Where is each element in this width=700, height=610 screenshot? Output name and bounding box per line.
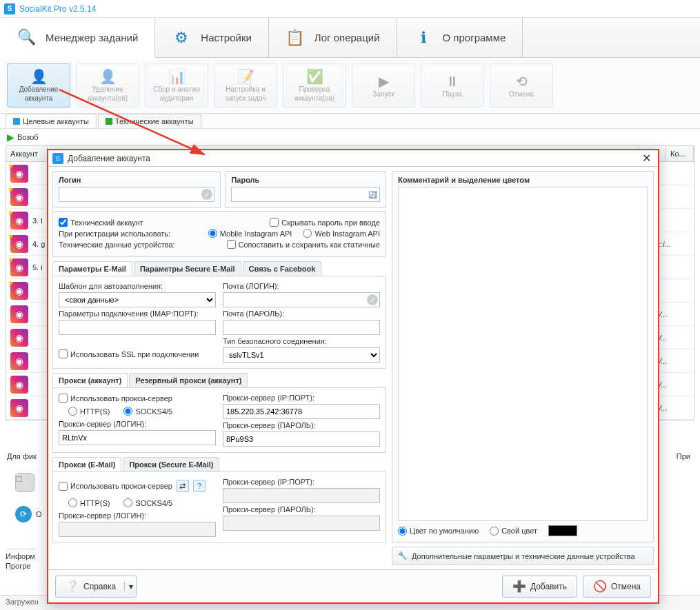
dialog-title: Добавление аккаунта — [68, 154, 150, 163]
tab-proxy-reserve[interactable]: Резервный прокси (аккаунт) — [129, 373, 248, 387]
mobile-api-radio[interactable]: Mobile Instagram API — [208, 229, 292, 238]
template-select[interactable]: <свои данные> — [59, 292, 216, 307]
proxy-ipport-label-2: Прокси-сервер (IP:ПОРТ): — [223, 478, 380, 486]
tasks-button[interactable]: 📝Настройка изапуск задач — [214, 63, 277, 108]
proxy-ipport-input[interactable] — [223, 404, 380, 419]
comment-textarea[interactable] — [398, 187, 648, 521]
copy-icon[interactable]: ⇄ — [177, 480, 189, 492]
check-button[interactable]: ✅Проверкааккаунта(ов) — [283, 63, 346, 108]
plus-circle-icon: ➕ — [512, 580, 526, 593]
cancel-button[interactable]: ⟲Отмена — [490, 63, 553, 108]
mail-pass-input[interactable] — [223, 320, 380, 335]
refresh-icon: ⟳ — [15, 506, 32, 522]
remove-account-button[interactable]: 👤Удалениеаккаунта(ов) — [76, 63, 139, 108]
pause-button[interactable]: ⏸Пауза — [421, 63, 484, 108]
account-label: 5. i — [32, 263, 43, 272]
play-icon: ▶ — [379, 74, 389, 89]
instagram-icon: ◉ — [10, 188, 28, 206]
action-row: ▶Возоб — [0, 128, 700, 145]
cancel-dialog-button[interactable]: 🚫 Отмена — [583, 576, 651, 598]
tab-about[interactable]: ℹ О программе — [397, 18, 523, 57]
check-icon: ✅ — [306, 69, 323, 84]
proxy-login-input[interactable] — [59, 430, 216, 445]
check-circle-icon[interactable]: ✓ — [367, 294, 378, 305]
email-tabs: Параметры E-Mail Параметры Secure E-Mail… — [52, 261, 386, 276]
wrench-icon: 🔧 — [398, 551, 408, 560]
proxy-ipport-label: Прокси-сервер (IP:ПОРТ): — [223, 394, 380, 402]
proxy-account-tabs: Прокси (аккаунт) Резервный прокси (аккау… — [52, 373, 386, 388]
instagram-icon: ◉ — [10, 258, 28, 276]
tab-proxy-account[interactable]: Прокси (аккаунт) — [52, 373, 128, 387]
refresh-row[interactable]: ⟳O — [15, 506, 42, 522]
close-icon[interactable]: ✕ — [639, 152, 654, 165]
stats-icon: 📊 — [168, 69, 186, 84]
proxy-login-input-2[interactable] — [59, 522, 216, 537]
account-subtabs: Целевые аккаунты Технические аккаунты — [0, 114, 700, 128]
add-account-dialog: S Добавление аккаунта ✕ Логин ✓ Пароль — [47, 149, 659, 604]
bottom-labels: Информ Прогре — [6, 547, 35, 571]
tab-task-manager-label: Менеджер заданий — [46, 32, 138, 43]
tab-email-params[interactable]: Параметры E-Mail — [52, 261, 132, 276]
square-icon — [106, 118, 112, 125]
https-radio-2[interactable]: HTTP(S) — [68, 498, 110, 507]
socks-radio[interactable]: SOCKS4/5 — [123, 407, 172, 416]
main-tabs: 🔍 Менеджер заданий ⚙ Настройки 📋 Лог опе… — [0, 18, 700, 58]
add-account-button[interactable]: 👤 Добавлениеаккаунта — [7, 63, 70, 108]
start-button[interactable]: ▶Запуск — [352, 63, 415, 108]
use-proxy-checkbox[interactable]: Использовать прокси-сервер — [59, 394, 216, 403]
grid-header-account[interactable]: Аккаунт — [6, 146, 48, 161]
instagram-icon: ◉ — [10, 305, 28, 323]
proxy-login-label: Прокси-сервер (ЛОГИН): — [59, 420, 216, 428]
reg-use-label: При регистрации использовать: — [59, 230, 170, 238]
match-save-checkbox[interactable]: Сопоставить и сохранить как статичные — [227, 240, 380, 249]
refresh-icon[interactable]: 🔄 — [367, 189, 378, 200]
chevron-down-icon[interactable]: ▾ — [124, 582, 133, 591]
default-color-radio[interactable]: Цвет по умолчанию — [398, 527, 479, 536]
subtab-tech[interactable]: Технические аккаунты — [98, 114, 201, 128]
subtab-target[interactable]: Целевые аккаунты — [6, 114, 97, 128]
dialog-titlebar: S Добавление аккаунта ✕ — [48, 150, 658, 167]
proxy-pass-input-2[interactable] — [223, 516, 380, 531]
custom-color-radio[interactable]: Свой цвет — [490, 527, 537, 536]
extra-params-button[interactable]: 🔧 Дополнительные параметры и технические… — [392, 547, 654, 565]
tab-settings-label: Настройки — [201, 32, 252, 43]
tab-log[interactable]: 📋 Лог операций — [269, 18, 397, 57]
fix-label: Для фик — [7, 452, 37, 460]
socks-radio-2[interactable]: SOCKS4/5 — [123, 498, 172, 507]
grid-header-comment[interactable]: Ко... — [666, 146, 694, 161]
use-ssl-checkbox[interactable]: Использовать SSL при подключении — [59, 349, 216, 358]
add-button[interactable]: ➕ Добавить — [502, 576, 577, 598]
instagram-icon: ◉ — [10, 376, 28, 394]
template-label: Шаблон для автозаполнения: — [59, 282, 216, 290]
app-icon: S — [4, 3, 15, 14]
apply-label[interactable]: При — [677, 452, 690, 460]
tab-settings[interactable]: ⚙ Настройки — [155, 18, 269, 57]
https-radio[interactable]: HTTP(S) — [68, 407, 110, 416]
mail-pass-label: Почта (ПАРОЛЬ): — [223, 309, 380, 318]
proxy-ipport-input-2[interactable] — [223, 488, 380, 503]
tab-secure-email[interactable]: Параметры Secure E-Mail — [134, 261, 241, 276]
progress-label: Прогре — [6, 562, 35, 570]
login-input[interactable] — [59, 187, 214, 202]
tab-task-manager[interactable]: 🔍 Менеджер заданий — [0, 18, 155, 58]
tech-account-checkbox[interactable]: Технический аккаунт — [59, 218, 143, 227]
audience-button[interactable]: 📊Сбор и анализаудитории — [145, 63, 208, 108]
password-input[interactable] — [231, 187, 380, 202]
help-button[interactable]: ❔ Справка ▾ — [55, 576, 137, 598]
color-swatch[interactable] — [548, 525, 577, 536]
tab-facebook[interactable]: Связь с Facebook — [243, 261, 322, 276]
proxy-pass-input[interactable] — [223, 431, 380, 447]
resume-action[interactable]: ▶Возоб — [7, 132, 39, 143]
use-proxy-email-checkbox[interactable]: Использовать прокси-сервер — [59, 482, 172, 491]
sliders-icon: ⚙ — [172, 28, 191, 48]
web-api-radio[interactable]: Web Instagram API — [303, 229, 380, 238]
imap-input[interactable] — [59, 320, 216, 335]
help-icon[interactable]: ? — [193, 480, 206, 492]
toolbar: 👤 Добавлениеаккаунта 👤Удалениеаккаунта(о… — [0, 58, 700, 114]
proxy-pass-label-2: Прокси-сервер (ПАРОЛЬ): — [223, 505, 380, 514]
hide-password-checkbox[interactable]: Скрывать пароль при вводе — [270, 218, 380, 227]
sec-type-select[interactable]: sslvTLSv1 — [223, 347, 380, 363]
tab-proxy-email[interactable]: Прокси (E-Mail) — [52, 457, 121, 471]
mail-login-input[interactable] — [223, 292, 380, 307]
tab-proxy-secure-email[interactable]: Прокси (Secure E-Mail) — [123, 457, 219, 471]
